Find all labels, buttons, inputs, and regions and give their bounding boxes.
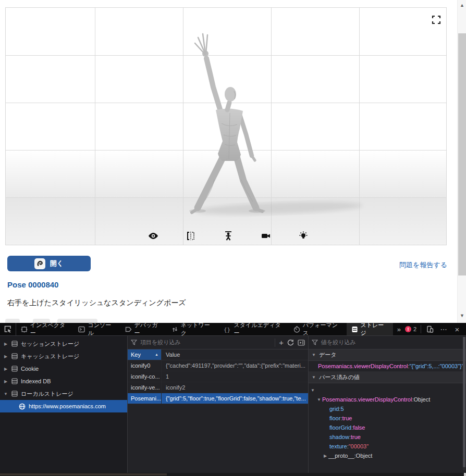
svg-text:{}: {} [224, 326, 230, 333]
clip-studio-icon [34, 258, 45, 269]
tree-prop-floor[interactable]: floortrue [309, 414, 466, 423]
table-row[interactable]: iconify0 {"cached":491197,"provider":"",… [128, 360, 308, 371]
storage-icon [351, 326, 358, 333]
column-header-value[interactable]: Value [161, 349, 308, 360]
tab-debugger[interactable]: デバッガー [120, 323, 167, 335]
tree-prop-shadow[interactable]: shadowtrue [309, 432, 466, 442]
eye-icon[interactable] [148, 230, 159, 242]
open-in-clip-studio-button[interactable]: 開く [7, 256, 91, 271]
pose-3d-viewer[interactable] [5, 7, 447, 245]
error-badge[interactable]: ! 2 [405, 326, 416, 332]
devtools-toolbar-right: ! 2 ⋯ × [405, 323, 466, 335]
camera-icon[interactable] [260, 230, 272, 242]
meatball-menu-icon[interactable]: ⋯ [439, 324, 448, 334]
column-header-key[interactable]: Key ▲ [128, 349, 161, 360]
refresh-icon[interactable] [287, 339, 294, 346]
sidebar-item-local-storage[interactable]: ▼ ローカルストレージ [0, 387, 127, 400]
style-editor-icon: {} [224, 326, 231, 333]
tab-performance[interactable]: パフォーマンス [289, 323, 347, 335]
expander-icon[interactable]: ▶ [3, 342, 8, 346]
collapse-icon: ▼ [312, 353, 316, 357]
person-icon[interactable] [223, 230, 234, 242]
close-devtools-icon[interactable]: × [452, 324, 462, 334]
sort-ascending-icon: ▲ [155, 353, 158, 356]
tab-inspector[interactable]: インスペクター [16, 323, 74, 335]
tree-root-expander[interactable]: ▼ [309, 385, 466, 395]
tag-chip[interactable] [5, 319, 20, 323]
flip-horizontal-icon[interactable] [185, 230, 197, 242]
tab-style-editor[interactable]: {} スタイルエディター [219, 323, 289, 335]
report-problem-link[interactable]: 問題を報告する [399, 260, 447, 270]
fullscreen-icon[interactable] [432, 15, 441, 24]
scrollbar-thumb[interactable] [0, 473, 167, 475]
storage-type-icon [11, 378, 18, 384]
section-header-parsed-value[interactable]: ▼ パース済みの値 [309, 372, 466, 383]
data-entry-row[interactable]: Posemaniacs.viewerDisplayControl"{"grid"… [309, 361, 466, 372]
resize-corner[interactable] [464, 473, 466, 476]
expander-icon[interactable]: ▶ [3, 354, 8, 359]
filter-icon [131, 340, 137, 345]
page-scrollbar[interactable]: ▲ ▼ [457, 0, 466, 323]
devtools-tabbar: インスペクター コンソール デバッガー [0, 323, 466, 336]
tree-prop-floor-grid[interactable]: floorGridfalse [309, 423, 466, 432]
section-header-data[interactable]: ▼ データ [309, 349, 466, 361]
collapse-icon: ▼ [316, 397, 322, 402]
error-icon: ! [405, 326, 411, 332]
filter-icon [312, 340, 318, 345]
globe-icon [19, 403, 26, 410]
sidebar-item-session-storage[interactable]: ▶ セッションストレージ [0, 337, 127, 350]
tree-prop-texture[interactable]: texture"00003" [309, 442, 466, 451]
devtools-panel: インスペクター コンソール デバッガー [0, 323, 466, 476]
tab-network[interactable]: ネットワーク [167, 323, 219, 335]
divider [421, 325, 421, 333]
sidebar-item-indexed-db[interactable]: ▶ Indexed DB [0, 375, 127, 387]
expander-icon[interactable]: ▶ [3, 367, 8, 371]
tab-console[interactable]: コンソール [73, 323, 120, 335]
devtools-horizontal-scrollbar[interactable] [0, 473, 466, 476]
add-item-icon[interactable]: + [279, 338, 284, 347]
console-icon [78, 326, 85, 333]
storage-type-icon [11, 353, 18, 359]
tree-prop-grid[interactable]: grid5 [309, 404, 466, 414]
performance-icon [293, 326, 300, 333]
values-filter-input[interactable]: 値を絞り込み [321, 339, 463, 346]
pose-page: ▲ ▼ 開く 問題を報告する Pose 0000840 右手を上げたスタイリッシ… [0, 0, 466, 323]
sidebar-item-posemaniacs-host[interactable]: https://www.posemaniacs.com [0, 400, 127, 412]
items-filter-input[interactable]: 項目を絞り込み [140, 339, 272, 346]
values-scrollbar[interactable] [463, 337, 465, 470]
pose-description: 右手を上げたスタイリッシュなスタンディングポーズ [7, 298, 186, 308]
table-header: Key ▲ Value [128, 349, 308, 360]
storage-sidebar: ▶ セッションストレージ ▶ キャッシュストレージ ▶ Cookie ▶ [0, 336, 128, 473]
collapse-icon: ▼ [312, 375, 316, 380]
more-tabs-chevron-icon[interactable]: » [393, 323, 405, 335]
expander-icon[interactable]: ▶ [3, 379, 8, 384]
storage-panel: ▶ セッションストレージ ▶ キャッシュストレージ ▶ Cookie ▶ [0, 336, 466, 473]
sidebar-item-cache-storage[interactable]: ▶ キャッシュストレージ [0, 350, 127, 362]
tab-storage[interactable]: ストレージ [347, 323, 393, 335]
table-row[interactable]: iconify-ve... iconify2 [128, 382, 308, 393]
divider [275, 339, 275, 347]
tree-node-viewer-display-control[interactable]: ▼ Posemaniacs.viewerDisplayControlObject [309, 395, 466, 404]
pick-element-icon[interactable] [0, 323, 16, 335]
collapse-icon[interactable]: ▼ [3, 392, 8, 396]
scroll-up-icon[interactable]: ▲ [458, 1, 466, 9]
open-button-label: 開く [50, 259, 64, 268]
scroll-down-icon[interactable]: ▼ [458, 311, 466, 320]
sidebar-item-cookie[interactable]: ▶ Cookie [0, 362, 127, 375]
inspector-icon [21, 326, 28, 333]
expander-icon: ▶ [322, 454, 328, 458]
responsive-mode-icon[interactable] [425, 324, 435, 334]
network-icon [171, 326, 178, 333]
table-row[interactable]: iconify-co... 1 [128, 371, 308, 382]
collapse-icon: ▼ [310, 388, 316, 393]
storage-type-icon [11, 366, 18, 372]
storage-type-icon [11, 391, 18, 397]
tree-node-proto[interactable]: ▶ __proto__Object [309, 451, 466, 460]
scrollbar-thumb[interactable] [458, 33, 466, 275]
light-icon[interactable] [298, 230, 309, 242]
table-row-selected[interactable]: Posemani... {"grid":5,"floor":true,"floo… [128, 393, 308, 404]
values-panel: 値を絞り込み ▼ データ Posemaniacs.viewerDisplayCo… [309, 336, 466, 473]
storage-type-icon [11, 341, 18, 347]
toggle-sidebar-icon[interactable] [298, 340, 305, 346]
error-count: 2 [413, 326, 416, 332]
